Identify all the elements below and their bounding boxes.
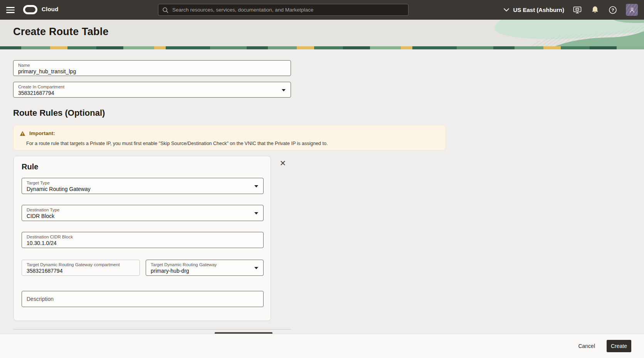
destination-type-select[interactable]: Destination Type CIDR Block (22, 205, 264, 221)
brand-label: Cloud (42, 6, 59, 12)
search-input[interactable] (172, 7, 404, 13)
create-route-table-page: Cloud US East (Ashburn) (0, 0, 644, 358)
chevron-down-icon (254, 185, 258, 187)
create-button[interactable]: Create (607, 340, 631, 352)
target-type-value: Dynamic Routing Gateway (27, 186, 250, 193)
warning-body: For a route rule that targets a Private … (26, 141, 328, 146)
page-header-banner: Create Route Table (0, 20, 644, 46)
chevron-down-icon (254, 267, 258, 269)
cloud-shell-icon[interactable] (573, 5, 582, 15)
user-avatar[interactable] (626, 4, 638, 16)
chevron-down-icon (504, 8, 509, 12)
description-field[interactable] (22, 291, 264, 307)
hamburger-menu-icon[interactable] (6, 5, 15, 14)
drg-compartment-value: 358321687794 (27, 267, 126, 274)
help-icon[interactable]: ? (608, 5, 617, 15)
description-input[interactable] (27, 296, 259, 302)
drg-compartment-label: Target Dynamic Routing Gateway compartme… (27, 262, 126, 267)
warning-title: Important: (29, 130, 55, 136)
compartment-select-label: Create In Compartment (18, 84, 277, 90)
destination-cidr-field[interactable]: Destination CIDR Block (22, 232, 264, 248)
rule-card: Rule Target Type Dynamic Routing Gateway… (13, 156, 271, 321)
drg-select-label: Target Dynamic Routing Gateway (151, 262, 250, 267)
destination-cidr-input[interactable] (27, 240, 250, 246)
chevron-down-icon (254, 212, 258, 214)
target-type-select[interactable]: Target Type Dynamic Routing Gateway (22, 178, 264, 194)
oracle-logo-icon[interactable] (23, 5, 37, 14)
destination-cidr-label: Destination CIDR Block (27, 234, 250, 240)
action-footer: Cancel Create (0, 334, 644, 358)
close-rule-icon[interactable]: ✕ (278, 158, 288, 168)
global-search[interactable] (158, 4, 409, 16)
chevron-down-icon (282, 89, 286, 91)
section-divider (13, 329, 291, 329)
name-field-label: Name (18, 62, 277, 68)
drg-select[interactable]: Target Dynamic Routing Gateway primary-h… (146, 260, 264, 276)
region-selector[interactable]: US East (Ashburn) (504, 7, 564, 13)
warning-triangle-icon (20, 131, 25, 136)
banner-pattern-strip (0, 46, 644, 49)
drg-select-value: primary-hub-drg (151, 267, 250, 274)
name-input[interactable] (18, 68, 277, 74)
name-field[interactable]: Name (13, 60, 291, 76)
target-type-label: Target Type (27, 180, 250, 186)
route-rules-heading: Route Rules (Optional) (13, 108, 105, 118)
topbar-right: US East (Ashburn) (504, 0, 638, 20)
destination-type-value: CIDR Block (27, 213, 250, 220)
drg-compartment-field: Target Dynamic Routing Gateway compartme… (22, 260, 140, 276)
person-icon (629, 7, 635, 13)
page-title: Create Route Table (13, 26, 109, 38)
search-icon (162, 7, 168, 13)
banner-decoration (428, 20, 644, 46)
region-label: US East (Ashburn) (513, 7, 564, 13)
compartment-select-value: 358321687794 (18, 90, 277, 96)
topbar: Cloud US East (Ashburn) (0, 0, 644, 20)
rule-card-title: Rule (22, 162, 38, 171)
notifications-bell-icon[interactable] (590, 5, 600, 15)
important-warning-banner: Important: For a route rule that targets… (13, 125, 446, 150)
destination-type-label: Destination Type (27, 207, 250, 213)
cancel-button[interactable]: Cancel (578, 343, 595, 349)
svg-text:?: ? (611, 8, 614, 12)
compartment-select[interactable]: Create In Compartment 358321687794 (13, 82, 291, 98)
